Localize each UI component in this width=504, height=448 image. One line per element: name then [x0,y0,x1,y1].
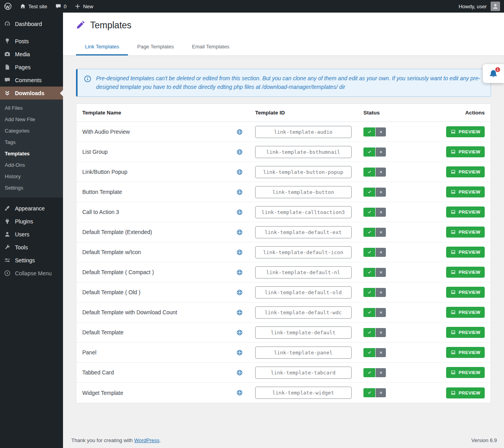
preview-button[interactable]: PREVIEW [446,247,485,258]
wordpress-link[interactable]: WordPress [134,437,159,443]
status-inactive-button[interactable] [376,147,386,157]
status-inactive-button[interactable] [376,188,386,197]
sidebar-item-settings[interactable]: Settings [0,254,63,267]
submenu-item-templates[interactable]: Templates [0,148,63,159]
status-active-button[interactable] [363,228,375,237]
tab-page-templates[interactable]: Page Templates [128,38,183,55]
status-active-button[interactable] [363,208,375,217]
preview-button[interactable]: PREVIEW [446,347,485,358]
status-active-button[interactable] [363,127,375,136]
status-inactive-button[interactable] [376,168,386,177]
template-id-input[interactable] [255,186,352,198]
preview-button[interactable]: PREVIEW [446,307,485,318]
status-active-button[interactable] [363,388,375,397]
sidebar-item-appearance[interactable]: Appearance [0,202,63,215]
preview-button[interactable]: PREVIEW [446,146,485,157]
users-icon [3,231,11,238]
status-inactive-button[interactable] [376,368,386,377]
preview-button[interactable]: PREVIEW [446,186,485,197]
submenu-item-categories[interactable]: Categories [0,125,63,136]
status-active-button[interactable] [363,188,375,197]
status-active-button[interactable] [363,348,375,357]
preview-button[interactable]: PREVIEW [446,126,485,137]
status-active-button[interactable] [363,328,375,337]
howdy-account-menu[interactable]: Howdy, user [455,0,504,13]
submenu-item-all-files[interactable]: All Files [0,102,63,114]
status-inactive-button[interactable] [376,308,386,317]
status-inactive-button[interactable] [376,208,386,217]
template-id-input[interactable] [255,146,352,158]
check-icon [367,290,372,295]
template-id-input[interactable] [255,286,352,299]
status-inactive-button[interactable] [376,388,386,397]
status-inactive-button[interactable] [376,127,386,136]
sidebar-item-downloads[interactable]: Downloads [0,87,63,100]
sidebar-item-label: Downloads [15,90,44,96]
wordpress-logo[interactable] [0,0,16,13]
template-name: Default Template (Extended) [82,229,152,235]
submenu-item-add-new-file[interactable]: Add New File [0,114,63,125]
status-active-button[interactable] [363,368,375,377]
preview-button[interactable]: PREVIEW [446,166,485,177]
status-inactive-button[interactable] [376,328,386,337]
notification-bell-widget[interactable]: 1 [483,64,504,83]
status-inactive-button[interactable] [376,348,386,357]
status-active-button[interactable] [363,288,375,297]
globe-icon [236,149,243,155]
status-inactive-button[interactable] [376,228,386,237]
preview-button[interactable]: PREVIEW [446,267,485,278]
template-id-input[interactable] [255,266,352,278]
monitor-icon [450,310,456,315]
comments-indicator[interactable]: 0 [51,0,70,13]
status-active-button[interactable] [363,168,375,177]
status-active-button[interactable] [363,268,375,277]
status-active-button[interactable] [363,308,375,317]
sidebar-item-collapse-menu[interactable]: Collapse Menu [0,267,63,280]
howdy-label: Howdy, user [459,4,487,9]
template-id-input[interactable] [255,226,352,238]
template-id-input[interactable] [255,387,352,399]
submenu-item-tags[interactable]: Tags [0,136,63,148]
sidebar-item-media[interactable]: Media [0,48,63,61]
sidebar-item-posts[interactable]: Posts [0,35,63,48]
menu-separator [0,197,63,202]
template-id-input[interactable] [255,326,352,339]
status-active-button[interactable] [363,248,375,257]
submenu-item-settings[interactable]: Settings [0,182,63,194]
template-id-input[interactable] [255,126,352,138]
tab-link-templates[interactable]: Link Templates [76,38,128,55]
status-inactive-button[interactable] [376,268,386,277]
template-id-input[interactable] [255,246,352,258]
preview-button[interactable]: PREVIEW [446,287,485,298]
preview-label: PREVIEW [459,391,480,395]
template-id-input[interactable] [255,347,352,359]
home-icon [20,3,26,9]
preview-button[interactable]: PREVIEW [446,227,485,238]
template-id-input[interactable] [255,367,352,379]
sidebar-item-dashboard[interactable]: Dashboard [0,17,63,30]
submenu-item-history[interactable]: History [0,171,63,182]
sidebar-item-plugins[interactable]: Plugins [0,215,63,228]
submenu-item-add-ons[interactable]: Add-Ons [0,159,63,171]
tab-email-templates[interactable]: Email Templates [183,38,238,55]
status-inactive-button[interactable] [376,288,386,297]
sidebar-item-label: Settings [15,257,35,264]
table-row: Tabbed Card PREVIEW [76,363,491,383]
template-id-input[interactable] [255,166,352,178]
sidebar-item-tools[interactable]: Tools [0,241,63,254]
sidebar-item-users[interactable]: Users [0,228,63,241]
sidebar-item-pages[interactable]: Pages [0,61,63,74]
template-id-input[interactable] [255,206,352,218]
footer-thanks: Thank you for creating with WordPress. [71,437,161,443]
status-inactive-button[interactable] [376,248,386,257]
preview-button[interactable]: PREVIEW [446,387,485,398]
template-id-input[interactable] [255,306,352,319]
site-name-link[interactable]: Test site [16,0,51,13]
new-content-button[interactable]: New [70,0,97,13]
status-active-button[interactable] [363,147,375,157]
sidebar-item-comments[interactable]: Comments [0,74,63,87]
template-name-cell: Default Template with Download Count [76,309,248,316]
preview-button[interactable]: PREVIEW [446,206,485,218]
preview-button[interactable]: PREVIEW [446,327,485,338]
preview-button[interactable]: PREVIEW [446,367,485,378]
